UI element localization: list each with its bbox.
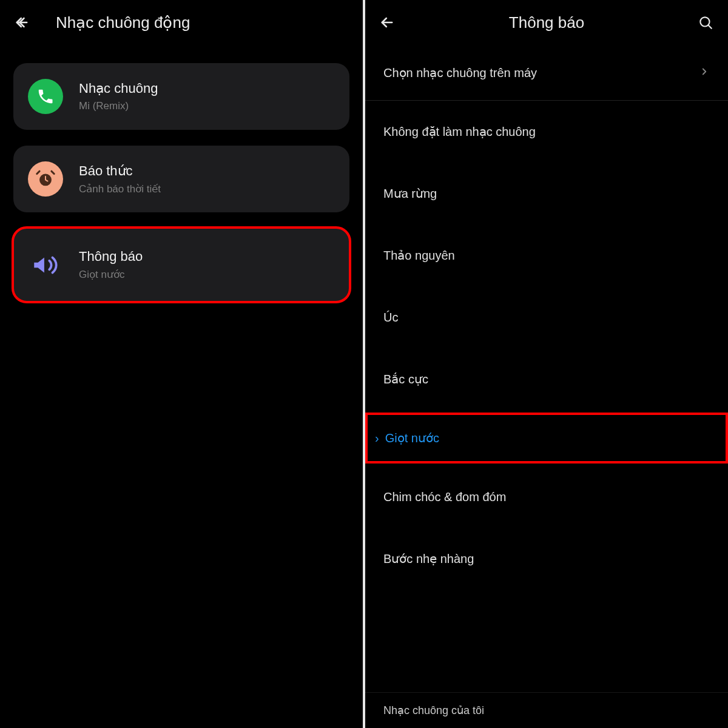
back-icon[interactable] <box>377 13 397 32</box>
card-list: Nhạc chuông Mi (Remix) Báo thức Cảnh báo… <box>0 45 363 302</box>
row-pick-local-label: Chọn nhạc chuông trên máy <box>383 66 537 80</box>
sound-item-label: Không đặt làm nhạc chuông <box>383 124 536 139</box>
back-icon[interactable] <box>12 13 32 32</box>
sound-item-label: Chim chóc & đom đóm <box>383 490 506 504</box>
sound-item-australia[interactable]: Úc <box>365 286 728 348</box>
sound-item-label: Úc <box>383 311 398 325</box>
my-ringtones-row[interactable]: Nhạc chuông của tôi <box>365 692 728 728</box>
card-alarm-title: Báo thức <box>79 163 161 179</box>
left-header: Nhạc chuông động <box>0 0 363 45</box>
sound-item-rainforest[interactable]: Mưa rừng <box>365 163 728 224</box>
svg-line-3 <box>709 25 712 29</box>
card-alarm[interactable]: Báo thức Cảnh báo thời tiết <box>13 146 349 212</box>
sound-item-waterdrop[interactable]: › Giọt nước <box>366 414 727 462</box>
card-notification[interactable]: Thông báo Giọt nước <box>13 228 349 302</box>
card-notification-title: Thông báo <box>79 249 143 265</box>
sound-item-label: Thảo nguyên <box>383 248 455 263</box>
card-ringtone[interactable]: Nhạc chuông Mi (Remix) <box>13 63 349 130</box>
sound-item-label: Giọt nước <box>385 431 439 445</box>
my-ringtones-label: Nhạc chuông của tôi <box>383 704 484 716</box>
sound-item-arctic[interactable]: Bắc cực <box>365 348 728 410</box>
sound-item-label: Bước nhẹ nhàng <box>383 551 474 566</box>
page-title: Thông báo <box>509 13 584 32</box>
sound-item-none[interactable]: Không đặt làm nhạc chuông <box>365 101 728 163</box>
alarm-clock-icon <box>28 161 63 197</box>
left-panel: Nhạc chuông động Nhạc chuông Mi (Remix) … <box>0 0 363 728</box>
right-panel: Thông báo Chọn nhạc chuông trên máy Khôn… <box>365 0 728 728</box>
sound-item-birds[interactable]: Chim chóc & đom đóm <box>365 466 728 528</box>
sound-item-label: Bắc cực <box>383 372 428 386</box>
search-icon[interactable] <box>695 12 716 33</box>
phone-icon <box>28 79 63 114</box>
right-header: Thông báo <box>365 0 728 45</box>
sound-item-softstep[interactable]: Bước nhẹ nhàng <box>365 528 728 590</box>
card-ringtone-title: Nhạc chuông <box>79 81 158 96</box>
sound-item-label: Mưa rừng <box>383 186 437 201</box>
card-alarm-sub: Cảnh báo thời tiết <box>79 183 161 195</box>
chevron-right-icon: › <box>375 431 379 445</box>
card-ringtone-sub: Mi (Remix) <box>79 100 158 112</box>
card-notification-sub: Giọt nước <box>79 268 143 281</box>
row-pick-local[interactable]: Chọn nhạc chuông trên máy <box>365 45 728 101</box>
speaker-icon <box>28 250 63 280</box>
page-title: Nhạc chuông động <box>56 13 190 32</box>
chevron-right-icon <box>699 65 710 81</box>
sound-item-steppe[interactable]: Thảo nguyên <box>365 224 728 286</box>
